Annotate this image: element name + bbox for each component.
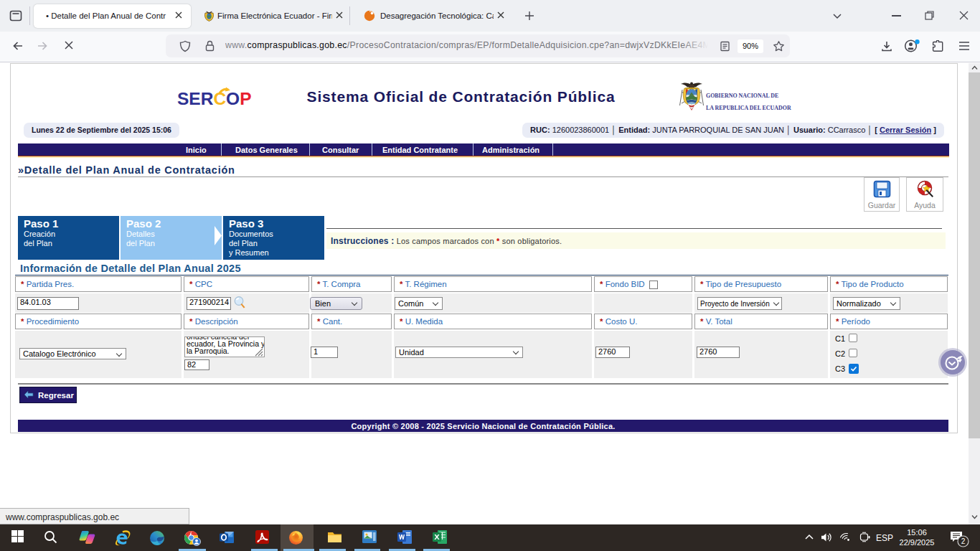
svg-text:2: 2 (961, 537, 966, 545)
